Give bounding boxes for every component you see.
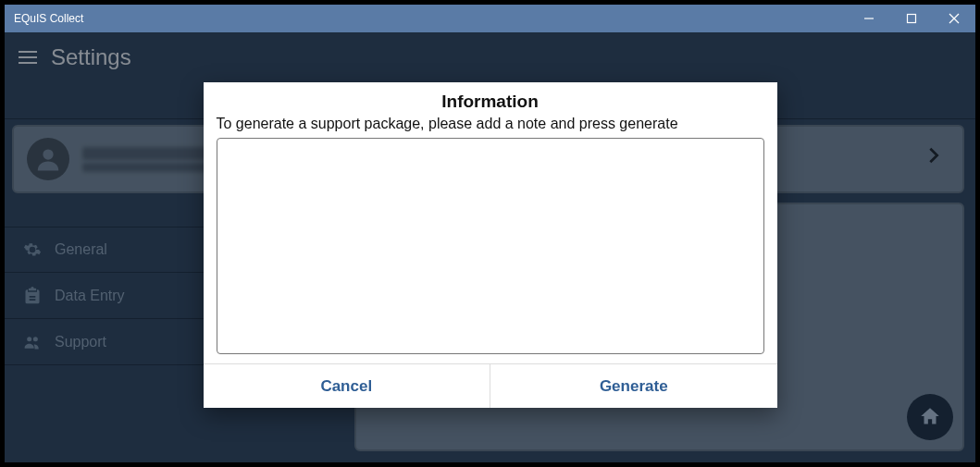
window-titlebar: EQuIS Collect (5, 5, 975, 32)
dialog-title: Information (204, 82, 777, 116)
note-input[interactable] (217, 138, 764, 354)
close-button[interactable] (933, 5, 975, 32)
dialog-instruction: To generate a support package, please ad… (204, 116, 777, 138)
support-package-dialog: Information To generate a support packag… (204, 82, 777, 408)
maximize-button[interactable] (890, 5, 933, 32)
generate-button[interactable]: Generate (490, 364, 777, 408)
minimize-button[interactable] (848, 5, 890, 32)
svg-rect-1 (908, 15, 916, 23)
cancel-button[interactable]: Cancel (204, 364, 490, 408)
window-title: EQuIS Collect (14, 12, 848, 25)
